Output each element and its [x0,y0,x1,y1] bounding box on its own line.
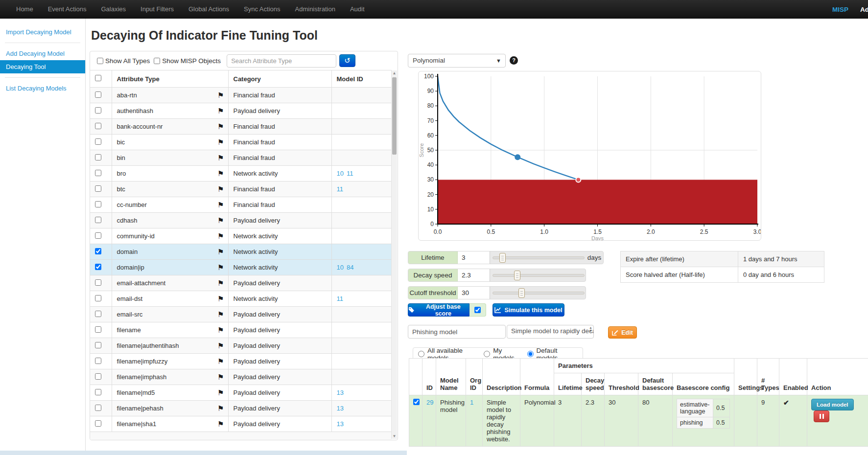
sidebar-item-add-decaying-model[interactable]: Add Decaying Model [0,47,85,60]
select-all-checkbox[interactable] [95,75,101,81]
attribute-row-checkbox[interactable] [95,91,101,98]
lifetime-slider-handle[interactable] [499,253,506,263]
attribute-row-checkbox[interactable] [95,232,101,239]
adjust-base-score-toggle[interactable] [469,303,486,317]
scroll-up-icon[interactable]: ▲ [392,71,397,75]
model-id-link[interactable]: 29 [426,399,433,406]
attribute-row-checkbox[interactable] [95,326,101,333]
nav-item-audit[interactable]: Audit [343,0,372,19]
attribute-row-checkbox[interactable] [95,420,101,427]
nav-item-home[interactable]: Home [9,0,41,19]
attribute-row[interactable]: filename⚑Payload delivery [90,322,392,338]
model-row[interactable]: 29 Phishing model 1 Simple model to rapi… [409,395,868,447]
model-id-link[interactable]: 11 [337,185,344,193]
adjust-base-score-button[interactable]: Adjust base score [408,303,469,317]
attribute-row-checkbox[interactable] [95,185,101,192]
model-description-textarea[interactable]: Simple model to rapidly decay [507,325,594,339]
nav-item-event-actions[interactable]: Event Actions [41,0,94,19]
attribute-row[interactable]: bro⚑Network activity1011 [90,166,392,182]
scrollbar-thumb[interactable] [392,77,397,155]
model-id-link[interactable]: 11 [337,295,344,302]
attribute-row-checkbox[interactable] [95,358,101,364]
decay-speed-slider[interactable] [493,274,585,277]
nav-item-sync-actions[interactable]: Sync Actions [236,0,287,19]
attribute-row[interactable]: filename|impfuzzy⚑Payload delivery [90,354,392,369]
attribute-row[interactable]: domain|ip⚑Network activity1084 [90,260,392,275]
org-id-link[interactable]: 1 [470,399,473,406]
misp-brand-link[interactable]: MISP [832,6,848,13]
attribute-row-checkbox[interactable] [95,123,101,129]
model-row-checkbox[interactable] [413,399,420,405]
model-id-link[interactable]: 10 [337,170,344,177]
attribute-row[interactable]: filename|authentihash⚑Payload delivery [90,338,392,354]
attribute-table-scrollbar[interactable]: ▲ ▼ [391,70,397,439]
cutoff-threshold-input[interactable] [458,287,490,299]
attribute-row-checkbox[interactable] [95,295,101,301]
attribute-row[interactable]: filename|md5⚑Payload delivery13 [90,385,392,401]
decay-chart[interactable]: 01020304050607080901000.00.51.01.52.02.5… [418,71,761,241]
edit-model-button[interactable]: Edit [608,326,637,339]
model-id-link[interactable]: 13 [337,389,344,396]
model-id-link[interactable]: 10 [337,264,344,271]
attribute-row[interactable]: bic⚑Financial fraud [90,135,392,150]
attribute-row-checkbox[interactable] [95,138,101,145]
attribute-row[interactable]: email-attachment⚑Payload delivery [90,275,392,291]
nav-item-galaxies[interactable]: Galaxies [94,0,133,19]
attribute-row-checkbox[interactable] [95,405,101,411]
attribute-row[interactable]: btc⚑Financial fraud11 [90,182,392,197]
show-all-types-checkbox[interactable] [97,58,103,64]
simulate-model-button[interactable]: Simulate this model [493,303,564,317]
scroll-down-icon[interactable]: ▼ [392,434,397,438]
attribute-row[interactable]: bin⚑Financial fraud [90,150,392,166]
nav-item-global-actions[interactable]: Global Actions [181,0,236,19]
decay-speed-input[interactable] [458,269,490,281]
attribute-row[interactable]: email-dst⚑Network activity11 [90,291,392,307]
sidebar-item-import-decaying-model[interactable]: Import Decaying Model [0,25,85,39]
model-id-link[interactable]: 13 [337,420,344,428]
attribute-row-checkbox[interactable] [95,217,101,223]
attribute-row[interactable]: email-src⚑Payload delivery [90,307,392,322]
model-filter-radio-2[interactable] [527,351,534,357]
attribute-row-checkbox[interactable] [95,373,101,380]
attribute-row-checkbox[interactable] [95,264,101,270]
attribute-row-checkbox[interactable] [95,154,101,160]
load-model-button[interactable]: Load model [811,399,854,410]
adjust-base-score-checkbox[interactable] [474,307,481,313]
nav-item-input-filters[interactable]: Input Filters [133,0,181,19]
attribute-row[interactable]: cdhash⚑Payload delivery [90,213,392,228]
disable-model-button[interactable] [814,410,829,422]
attribute-row[interactable]: domain⚑Network activity [90,244,392,260]
nav-item-administration[interactable]: Administration [288,0,343,19]
show-all-types-label[interactable]: Show All Types [105,57,150,65]
show-misp-objects-checkbox[interactable] [154,58,160,64]
attribute-row-checkbox[interactable] [95,107,101,114]
attribute-row-checkbox[interactable] [95,389,101,395]
attribute-row[interactable]: authentihash⚑Payload delivery [90,103,392,119]
attribute-row[interactable]: aba-rtn⚑Financial fraud [90,88,392,103]
attribute-row-checkbox[interactable] [95,311,101,317]
attribute-row-checkbox[interactable] [95,201,101,207]
user-menu[interactable]: Ad [860,6,868,13]
refresh-button[interactable]: ↺ [339,54,355,67]
attribute-row[interactable]: bank-account-nr⚑Financial fraud [90,119,392,135]
cutoff-threshold-slider[interactable] [493,292,585,295]
attribute-row[interactable]: filename|pehash⚑Payload delivery13 [90,401,392,416]
attribute-row-checkbox[interactable] [95,248,101,254]
model-id-link[interactable]: 11 [347,170,353,177]
model-filter-radio-0[interactable] [418,351,424,357]
model-name-input[interactable] [408,325,506,339]
model-id-link[interactable]: 13 [337,405,344,412]
attribute-row[interactable]: filename|imphash⚑Payload delivery [90,369,392,385]
cutoff-threshold-slider-handle[interactable] [518,288,525,298]
attribute-row-checkbox[interactable] [95,170,101,176]
model-filter-radio-1[interactable] [484,351,490,357]
decay-speed-slider-handle[interactable] [514,271,520,280]
sidebar-item-decaying-tool[interactable]: Decaying Tool [0,60,85,73]
sidebar-item-list-decaying-models[interactable]: List Decaying Models [0,82,85,95]
model-id-link[interactable]: 84 [347,264,353,271]
attribute-row-checkbox[interactable] [95,342,101,348]
attribute-row[interactable]: filename|sha1⚑Payload delivery13 [90,416,392,432]
lifetime-slider[interactable] [493,256,585,259]
lifetime-input[interactable] [458,251,490,264]
show-misp-objects-label[interactable]: Show MISP Objects [162,57,221,65]
